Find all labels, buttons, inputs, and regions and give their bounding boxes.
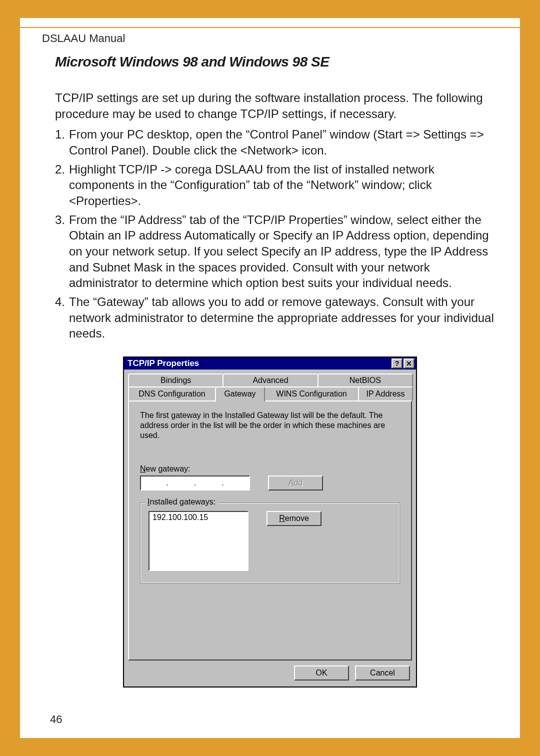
list-item[interactable]: 192.100.100.15	[152, 513, 244, 522]
page-number: 46	[50, 713, 62, 726]
tab-advanced[interactable]: Advanced	[222, 374, 318, 388]
new-gateway-label: New gateway:	[140, 464, 400, 474]
new-gateway-input[interactable]: . . .	[140, 476, 250, 490]
section-title: Microsoft Windows 98 and Windows 98 SE	[55, 54, 498, 70]
gateway-help-text: The first gateway in the Installed Gatew…	[140, 410, 400, 440]
add-button[interactable]: Add	[268, 476, 323, 490]
step-list: 1.From your PC desktop, open the “Contro…	[55, 126, 498, 342]
tab-gateway[interactable]: Gateway	[215, 386, 265, 402]
help-button[interactable]: ?	[392, 358, 402, 368]
tab-bindings[interactable]: Bindings	[128, 374, 224, 388]
tab-ip-address[interactable]: IP Address	[358, 386, 413, 400]
step-item: 1.From your PC desktop, open the “Contro…	[55, 126, 498, 158]
step-item: 2.Highlight TCP/IP -> corega DSLAAU from…	[55, 162, 498, 209]
top-rule	[20, 27, 520, 28]
question-icon: ?	[395, 360, 400, 368]
close-icon: ✕	[406, 360, 412, 368]
installed-gateways-label: Installed gateways:	[146, 498, 218, 506]
cancel-button[interactable]: Cancel	[355, 666, 410, 680]
step-item: 3.From the “IP Address” tab of the “TCP/…	[55, 212, 498, 291]
dialog-footer: OK Cancel	[128, 666, 412, 680]
doc-header: DSLAAU Manual	[42, 32, 498, 45]
dialog-body: Bindings Advanced NetBIOS DNS Configurat…	[124, 370, 416, 686]
installed-gateways-list[interactable]: 192.100.100.15	[148, 511, 248, 571]
titlebar[interactable]: TCP/IP Properties ? ✕	[124, 358, 416, 370]
tab-dns-configuration[interactable]: DNS Configuration	[128, 386, 216, 400]
dialog-title: TCP/IP Properties	[126, 358, 390, 368]
gateway-tab-panel: The first gateway in the Installed Gatew…	[128, 400, 412, 660]
tab-netbios[interactable]: NetBIOS	[318, 374, 413, 388]
tcpip-properties-dialog: TCP/IP Properties ? ✕ Bindings Advanced …	[123, 356, 417, 688]
intro-text: TCP/IP settings are set up during the so…	[55, 90, 498, 122]
tab-strip: Bindings Advanced NetBIOS DNS Configurat…	[128, 374, 412, 400]
tab-wins-configuration[interactable]: WINS Configuration	[264, 386, 359, 400]
installed-gateways-group: Installed gateways: 192.100.100.15 Remov…	[140, 502, 400, 584]
ok-button[interactable]: OK	[294, 666, 349, 680]
manual-page: DSLAAU Manual Microsoft Windows 98 and W…	[20, 18, 520, 738]
step-item: 4.The “Gateway” tab allows you to add or…	[55, 294, 498, 342]
remove-button[interactable]: Remove	[266, 511, 322, 526]
close-button[interactable]: ✕	[404, 358, 414, 368]
